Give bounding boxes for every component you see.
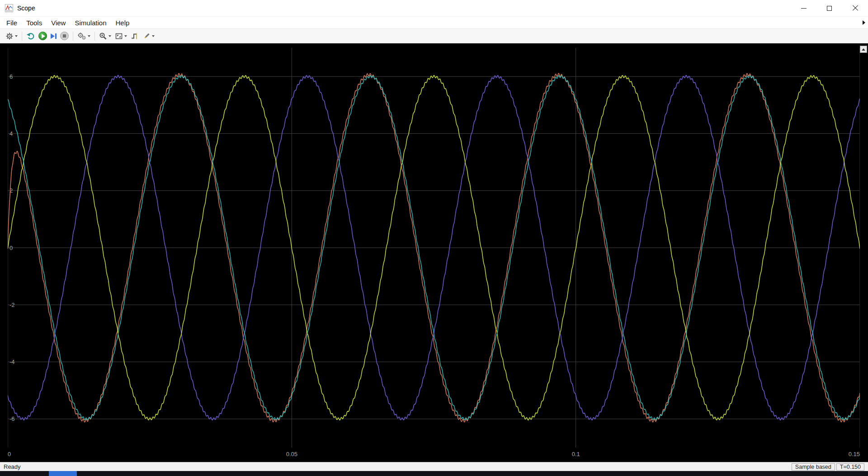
svg-text:0: 0 <box>9 245 13 251</box>
minimize-icon <box>801 8 807 9</box>
toolbar-separator <box>94 32 95 41</box>
fit-to-view-button[interactable] <box>113 31 128 41</box>
maximize-button[interactable] <box>816 0 842 17</box>
taskbar-app-accent[interactable] <box>49 471 77 476</box>
svg-text:0: 0 <box>8 451 11 457</box>
minimize-button[interactable] <box>791 0 816 17</box>
measurements-pencil-icon <box>142 32 151 40</box>
measurements-button[interactable] <box>141 31 156 41</box>
scope-toolbar <box>0 29 868 43</box>
menu-simulation[interactable]: Simulation <box>70 17 111 29</box>
scope-window-icon <box>5 4 14 13</box>
svg-text:6: 6 <box>9 73 13 80</box>
svg-text:0.05: 0.05 <box>286 451 297 457</box>
status-panels: Sample based T=0.150 <box>790 463 864 471</box>
svg-text:-4: -4 <box>9 358 15 365</box>
menubar: File Tools View Simulation Help <box>0 17 868 29</box>
maximize-icon <box>827 6 832 11</box>
chevron-down-icon <box>124 35 127 37</box>
svg-text:4: 4 <box>9 130 13 137</box>
menu-help[interactable]: Help <box>111 17 134 29</box>
step-forward-button[interactable] <box>49 33 58 40</box>
plot-corner-arrow-button[interactable] <box>860 46 867 53</box>
configuration-properties-button[interactable] <box>4 31 19 41</box>
run-button[interactable] <box>37 31 48 41</box>
windows-taskbar-edge[interactable] <box>0 471 868 476</box>
close-icon <box>852 5 859 11</box>
svg-text:0.15: 0.15 <box>849 451 860 457</box>
status-text: Ready <box>0 463 21 470</box>
close-button[interactable] <box>842 0 868 17</box>
sim-time-panel: T=0.150 <box>836 463 864 471</box>
sample-mode-panel: Sample based <box>792 463 835 471</box>
zoom-icon <box>99 32 107 40</box>
triggers-icon <box>131 32 139 40</box>
svg-text:-6: -6 <box>9 415 15 422</box>
menu-file[interactable]: File <box>2 17 22 29</box>
step-back-button[interactable] <box>25 31 36 41</box>
menu-tools[interactable]: Tools <box>22 17 47 29</box>
chevron-down-icon <box>15 35 18 37</box>
chevron-down-icon <box>108 35 111 37</box>
stop-button[interactable] <box>59 31 70 41</box>
scope-waveform-canvas: -6-4-2024600.050.10.15 <box>8 48 860 459</box>
window-controls <box>791 0 868 17</box>
scope-plot-area[interactable]: -6-4-2024600.050.10.15 <box>0 43 868 462</box>
step-back-icon <box>26 32 35 40</box>
gear-icon <box>5 32 14 40</box>
toolbar-separator <box>73 32 73 41</box>
window-title: Scope <box>17 5 35 12</box>
fit-to-view-icon <box>115 32 123 40</box>
svg-text:0.1: 0.1 <box>572 451 580 457</box>
chevron-down-icon <box>88 35 90 37</box>
arrow-up-icon <box>862 48 865 51</box>
zoom-button[interactable] <box>98 31 113 41</box>
gears-icon <box>77 32 86 40</box>
step-forward-icon <box>51 33 57 39</box>
menu-view[interactable]: View <box>47 17 70 29</box>
menu-overflow-icon[interactable] <box>863 20 865 25</box>
statusbar: Ready Sample based T=0.150 <box>0 462 868 471</box>
stop-icon <box>60 32 69 40</box>
titlebar: Scope <box>0 0 868 17</box>
style-settings-button[interactable] <box>76 31 92 41</box>
triggers-button[interactable] <box>129 31 140 41</box>
run-icon <box>38 32 47 40</box>
svg-text:-2: -2 <box>9 302 15 308</box>
chevron-down-icon <box>152 35 155 37</box>
toolbar-separator <box>22 32 22 41</box>
